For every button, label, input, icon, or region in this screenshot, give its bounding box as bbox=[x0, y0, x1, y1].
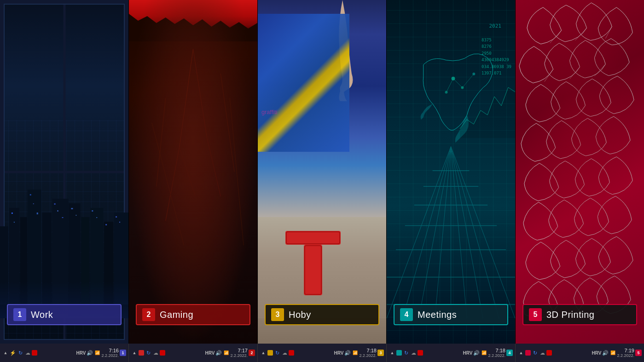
desktop-2-number: 2 bbox=[142, 308, 155, 321]
sync-icon-3[interactable]: ↻ bbox=[274, 350, 280, 356]
notification-icon-3[interactable] bbox=[267, 350, 273, 356]
sync-icon-4[interactable]: ↻ bbox=[403, 350, 409, 356]
desktop-3[interactable]: graffiti 3 Hoby bbox=[258, 0, 387, 344]
svg-rect-25 bbox=[119, 222, 120, 223]
notification-icon-1[interactable]: ⚡ bbox=[10, 350, 16, 356]
app-icon-5[interactable] bbox=[546, 350, 552, 356]
svg-rect-18 bbox=[62, 217, 64, 218]
desktop-3-background: graffiti bbox=[258, 0, 386, 344]
desktop-5-name: 3D Printing bbox=[546, 310, 594, 320]
desktop-badge-4: 4 bbox=[506, 350, 513, 356]
desktop-2-name: Gaming bbox=[160, 310, 193, 320]
chevron-up-icon-3[interactable]: ▲ bbox=[260, 350, 267, 356]
lang-5[interactable]: HRV bbox=[592, 351, 602, 356]
lang-2[interactable]: HRV bbox=[205, 351, 215, 356]
app-icon-3[interactable] bbox=[289, 350, 294, 356]
svg-line-31 bbox=[157, 98, 166, 186]
svg-rect-19 bbox=[71, 208, 73, 209]
desktop-4[interactable]: 8375 8276 2950 43694384929 034.86938 39 … bbox=[387, 0, 516, 344]
network-icon-4[interactable]: 📶 bbox=[481, 350, 487, 356]
network-icon-5[interactable]: 📶 bbox=[609, 350, 616, 356]
cloud-icon-2[interactable]: ☁ bbox=[152, 350, 159, 356]
desktop-3-name: Hoby bbox=[289, 310, 311, 320]
lang-3[interactable]: HRV bbox=[334, 351, 344, 356]
svg-line-35 bbox=[230, 98, 244, 245]
lang-4[interactable]: HRV bbox=[463, 351, 473, 356]
desktop-2-label[interactable]: 2 Gaming bbox=[136, 304, 250, 325]
svg-rect-24 bbox=[116, 216, 117, 218]
desktop-5[interactable]: 5 3D Printing bbox=[516, 0, 644, 344]
svg-rect-11 bbox=[12, 213, 13, 214]
desktop-badge-5: 5 bbox=[635, 350, 642, 356]
svg-line-62 bbox=[447, 79, 453, 92]
cloud-icon-4[interactable]: ☁ bbox=[410, 350, 417, 356]
svg-rect-16 bbox=[54, 203, 56, 205]
svg-rect-13 bbox=[30, 194, 31, 195]
lang-1[interactable]: HRV bbox=[76, 351, 86, 356]
taskbar-4: ▲ ↻ ☁ HRV 🔊 📶 7:18 2.2.2022. 4 bbox=[387, 344, 516, 362]
svg-line-27 bbox=[180, 49, 193, 147]
svg-rect-23 bbox=[105, 224, 107, 225]
svg-rect-17 bbox=[58, 210, 58, 212]
desktop-1-number: 1 bbox=[13, 308, 26, 321]
network-icon-1[interactable]: 📶 bbox=[94, 350, 100, 356]
cloud-icon-5[interactable]: ☁ bbox=[539, 350, 545, 356]
chevron-up-icon-5[interactable]: ▲ bbox=[518, 350, 524, 356]
desktop-4-label[interactable]: 4 Meetings bbox=[394, 304, 508, 325]
clock-5[interactable]: 7:19 2.2.2022. bbox=[617, 348, 634, 358]
taskbar-5: ▲ ↻ ☁ HRV 🔊 📶 7:19 2.2.2022. 5 bbox=[516, 344, 644, 362]
chevron-up-icon-4[interactable]: ▲ bbox=[389, 350, 395, 356]
svg-line-65 bbox=[575, 28, 587, 40]
svg-rect-21 bbox=[92, 210, 93, 212]
clock-4[interactable]: 7:18 2.2.2022. bbox=[488, 348, 505, 358]
sync-icon-5[interactable]: ↻ bbox=[532, 350, 538, 356]
speaker-icon-2[interactable]: 🔊 bbox=[215, 350, 222, 356]
app-container: 1 Work bbox=[0, 0, 644, 362]
desktop-1[interactable]: 1 Work bbox=[0, 0, 129, 344]
svg-rect-36 bbox=[285, 231, 341, 245]
desktop-5-label[interactable]: 5 3D Printing bbox=[522, 304, 637, 325]
svg-line-29 bbox=[193, 49, 207, 138]
app-icon-1[interactable] bbox=[32, 350, 37, 356]
svg-line-66 bbox=[605, 27, 612, 39]
desktop-2[interactable]: 2 Gaming bbox=[129, 0, 258, 344]
desktop-1-label[interactable]: 1 Work bbox=[7, 304, 122, 325]
clock-3[interactable]: 7:18 2.2.2022. bbox=[359, 348, 377, 358]
speaker-icon-3[interactable]: 🔊 bbox=[344, 350, 351, 356]
taskbar-3: ▲ ↻ ☁ HRV 🔊 📶 7:18 2.2.2022. 3 bbox=[258, 344, 387, 362]
app-icon-2[interactable] bbox=[160, 350, 165, 356]
clock-1[interactable]: 7:16 2.2.2022. bbox=[101, 348, 119, 358]
svg-line-28 bbox=[166, 147, 180, 221]
desktop-4-background: 8375 8276 2950 43694384929 034.86938 39 … bbox=[387, 0, 515, 344]
notification-icon-2[interactable] bbox=[139, 350, 144, 356]
cloud-icon-3[interactable]: ☁ bbox=[281, 350, 288, 356]
cloud-icon-1[interactable]: ☁ bbox=[24, 350, 31, 356]
sync-icon-2[interactable]: ↻ bbox=[145, 350, 151, 356]
app-icon-4[interactable] bbox=[418, 350, 423, 356]
svg-line-64 bbox=[550, 30, 562, 43]
svg-rect-20 bbox=[75, 215, 76, 216]
svg-line-68 bbox=[570, 67, 580, 79]
speaker-icon-4[interactable]: 🔊 bbox=[473, 350, 480, 356]
svg-line-33 bbox=[180, 147, 196, 196]
svg-line-34 bbox=[152, 123, 184, 246]
sync-icon-1[interactable]: ↻ bbox=[17, 350, 23, 356]
clock-2[interactable]: 7:17 2.2.2022. bbox=[230, 348, 248, 358]
notification-icon-5[interactable] bbox=[525, 350, 531, 356]
chevron-up-icon-2[interactable]: ▲ bbox=[131, 350, 138, 356]
desktop-badge-2: 2 bbox=[249, 350, 255, 356]
svg-text:graffiti: graffiti bbox=[261, 109, 277, 115]
svg-line-69 bbox=[594, 64, 605, 76]
chevron-up-icon-1[interactable]: ▲ bbox=[2, 350, 9, 356]
speaker-icon-5[interactable]: 🔊 bbox=[602, 350, 609, 356]
speaker-icon-1[interactable]: 🔊 bbox=[87, 350, 93, 356]
desktop-1-name: Work bbox=[31, 310, 53, 320]
network-icon-2[interactable]: 📶 bbox=[223, 350, 229, 356]
taskbar-2: ▲ ↻ ☁ HRV 🔊 📶 7:17 2.2.2022. 2 bbox=[129, 344, 258, 362]
desktop-3-label[interactable]: 3 Hoby bbox=[265, 304, 379, 325]
notification-icon-4[interactable] bbox=[396, 350, 402, 356]
desktop-badge-3: 3 bbox=[377, 350, 384, 356]
svg-rect-22 bbox=[96, 217, 97, 218]
network-icon-3[interactable]: 📶 bbox=[352, 350, 358, 356]
desktop-2-background bbox=[129, 0, 257, 344]
